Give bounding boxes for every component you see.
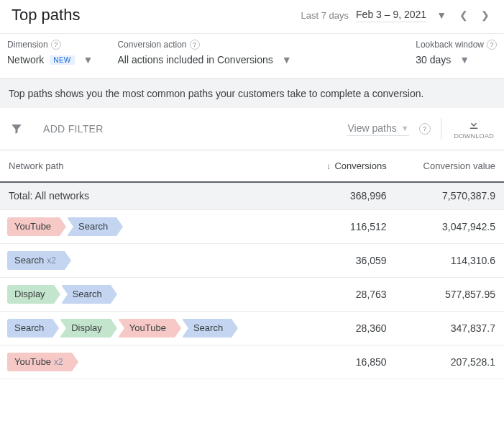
conversions-cell: 116,512 bbox=[301, 209, 395, 243]
chevron-down-icon[interactable]: ▼ bbox=[279, 51, 295, 68]
dimension-value: Network bbox=[7, 54, 44, 65]
paths-table: Network path ↓ Conversions Conversion va… bbox=[0, 150, 504, 379]
help-icon[interactable]: ? bbox=[190, 40, 200, 50]
page-header: Top paths Last 7 days Feb 3 – 9, 2021 ▼ … bbox=[0, 0, 504, 33]
total-label: Total: All networks bbox=[0, 182, 301, 209]
conversions-cell: 16,850 bbox=[301, 345, 395, 379]
sort-descending-icon: ↓ bbox=[326, 161, 331, 171]
dimension-label: Dimension ? bbox=[7, 40, 96, 50]
column-header-value[interactable]: Conversion value bbox=[395, 150, 504, 182]
next-period-button[interactable]: ❯ bbox=[478, 6, 492, 24]
help-icon[interactable]: ? bbox=[51, 40, 61, 50]
conversion-action-label: Conversion action ? bbox=[117, 40, 294, 50]
table-toolbar: ADD FILTER View paths ▼ ? DOWNLOAD bbox=[0, 108, 504, 150]
value-cell: 3,047,942.5 bbox=[395, 209, 504, 243]
value-cell: 347,837.7 bbox=[395, 311, 504, 345]
path-cell: SearchDisplayYouTubeSearch bbox=[0, 311, 301, 345]
conversions-cell: 28,763 bbox=[301, 277, 395, 311]
lookback-filter[interactable]: Lookback window ? 30 days ▼ bbox=[416, 40, 497, 68]
chevron-down-icon: ▼ bbox=[401, 124, 409, 132]
path-chip-youtube: YouTube bbox=[7, 217, 60, 236]
table-row[interactable]: YouTubeSearch116,5123,047,942.5 bbox=[0, 209, 504, 243]
lookback-label: Lookback window ? bbox=[416, 40, 497, 50]
previous-period-button[interactable]: ❮ bbox=[457, 6, 471, 24]
filters-row: Dimension ? Network NEW ▼ Conversion act… bbox=[0, 33, 504, 78]
page-title: Top paths bbox=[12, 6, 80, 24]
path-chip-search: Search bbox=[7, 319, 52, 338]
page-description: Top paths shows you the most common path… bbox=[0, 78, 504, 108]
date-range-selector: Last 7 days Feb 3 – 9, 2021 ▼ ❮ ❯ bbox=[301, 6, 492, 24]
path-cell: DisplaySearch bbox=[0, 277, 301, 311]
path-cell: YouTubeSearch bbox=[0, 209, 301, 243]
dimension-filter[interactable]: Dimension ? Network NEW ▼ bbox=[7, 40, 96, 68]
path-chip-display: Display bbox=[7, 285, 54, 304]
lookback-value: 30 days bbox=[416, 54, 451, 65]
chevron-down-icon[interactable]: ▼ bbox=[457, 51, 472, 68]
path-chip-search: Search bbox=[61, 285, 111, 304]
table-row[interactable]: DisplaySearch28,763577,857.95 bbox=[0, 277, 504, 311]
conversions-cell: 36,059 bbox=[301, 243, 395, 277]
total-value: 7,570,387.9 bbox=[395, 182, 504, 209]
path-cell: YouTubex2 bbox=[0, 345, 301, 379]
new-badge: NEW bbox=[50, 55, 74, 65]
date-preset-label: Last 7 days bbox=[301, 10, 349, 21]
path-chip-youtube: YouTube bbox=[118, 319, 175, 338]
column-header-conversions[interactable]: ↓ Conversions bbox=[301, 150, 395, 182]
add-filter-button[interactable]: ADD FILTER bbox=[43, 123, 104, 135]
filter-icon[interactable] bbox=[10, 122, 23, 135]
total-row: Total: All networks368,9967,570,387.9 bbox=[0, 182, 504, 209]
conversion-action-value: All actions included in Conversions bbox=[117, 54, 272, 65]
table-row[interactable]: YouTubex216,850207,528.1 bbox=[0, 345, 504, 379]
value-cell: 114,310.6 bbox=[395, 243, 504, 277]
chevron-down-icon[interactable]: ▼ bbox=[434, 6, 449, 24]
date-range-value[interactable]: Feb 3 – 9, 2021 bbox=[356, 9, 426, 22]
conversion-action-filter[interactable]: Conversion action ? All actions included… bbox=[117, 40, 294, 68]
value-cell: 577,857.95 bbox=[395, 277, 504, 311]
path-cell: Searchx2 bbox=[0, 243, 301, 277]
value-cell: 207,528.1 bbox=[395, 345, 504, 379]
path-chip-search: Search bbox=[67, 217, 116, 236]
view-paths-dropdown[interactable]: View paths ▼ bbox=[347, 122, 408, 136]
conversions-cell: 28,360 bbox=[301, 311, 395, 345]
help-icon[interactable]: ? bbox=[487, 40, 497, 50]
download-icon bbox=[467, 118, 480, 131]
table-row[interactable]: Searchx236,059114,310.6 bbox=[0, 243, 504, 277]
path-chip-youtube: YouTubex2 bbox=[7, 353, 72, 371]
path-chip-search: Search bbox=[182, 319, 232, 338]
help-icon[interactable]: ? bbox=[419, 123, 431, 135]
column-header-path[interactable]: Network path bbox=[0, 150, 301, 182]
path-chip-search: Searchx2 bbox=[7, 251, 65, 270]
path-chip-display: Display bbox=[60, 319, 111, 338]
table-row[interactable]: SearchDisplayYouTubeSearch28,360347,837.… bbox=[0, 311, 504, 345]
chevron-down-icon[interactable]: ▼ bbox=[81, 51, 96, 68]
total-conversions: 368,996 bbox=[301, 182, 395, 209]
download-button[interactable]: DOWNLOAD bbox=[441, 118, 494, 140]
